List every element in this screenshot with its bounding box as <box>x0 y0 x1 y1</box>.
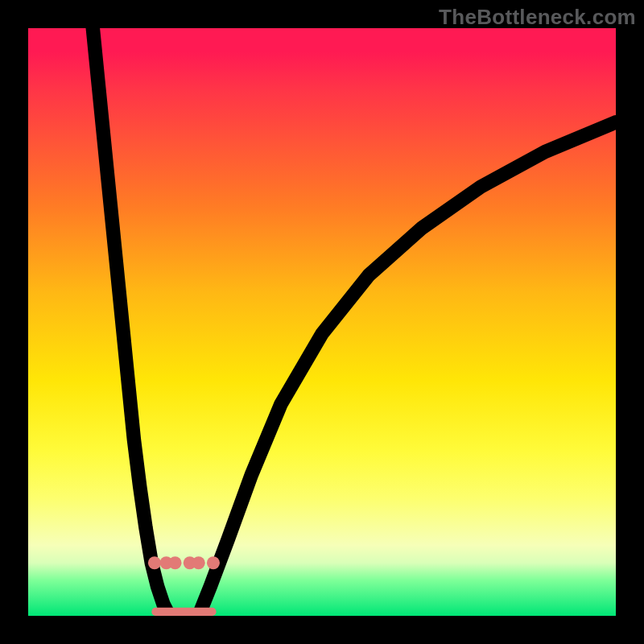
highlight-dot <box>148 556 161 569</box>
curve-right-branch <box>199 122 616 616</box>
watermark-text: TheBottleneck.com <box>439 5 636 30</box>
highlight-dot <box>207 556 220 569</box>
bottleneck-curve <box>28 28 616 616</box>
highlight-dot <box>168 556 181 569</box>
outer-frame: TheBottleneck.com <box>0 0 644 644</box>
curve-left-branch <box>93 28 169 616</box>
highlight-dot <box>192 556 205 569</box>
highlight-floor-bar <box>151 608 216 616</box>
